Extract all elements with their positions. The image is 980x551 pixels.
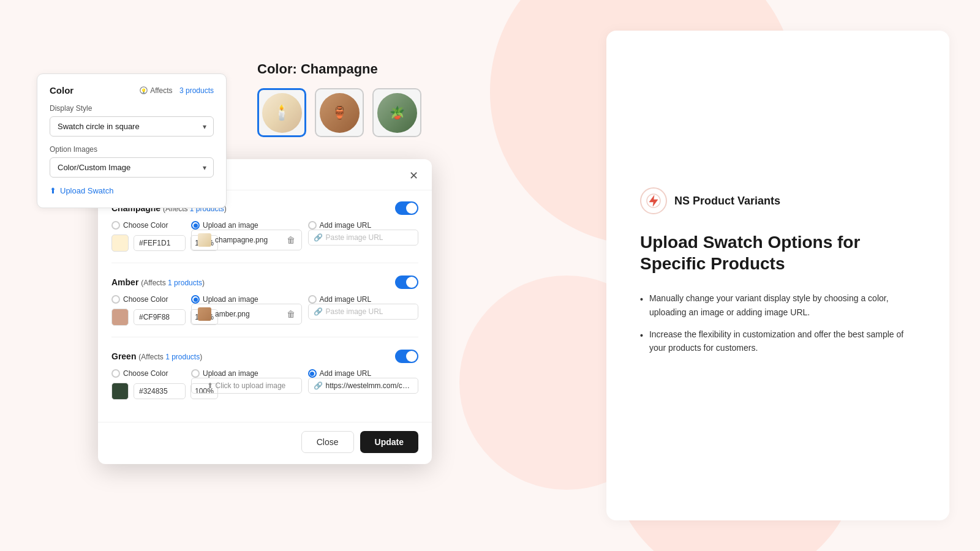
swatch-product-image-3: 🪴 [377, 93, 417, 133]
swatch-circle-1: 🕯️ [262, 93, 302, 133]
champagne-choose-color-col: Choose Color [111, 221, 185, 252]
swatch-product-image-2: 🏺 [320, 93, 360, 133]
swatch-item-3[interactable]: 🪴 [372, 88, 421, 137]
option-images-label: Option Images [50, 145, 214, 154]
amber-radio-circle-upload [191, 295, 200, 304]
green-affects: (Affects 1 products) [138, 353, 202, 361]
upload-arrow-icon: ⬆ [207, 381, 213, 390]
modal-footer: Close Update [98, 422, 432, 464]
green-click-upload[interactable]: ⬆ Click to upload image [191, 378, 302, 394]
modal-body: Champagne (Affects 1 products) Choose Co… [98, 190, 432, 422]
product-preview-area: Color: Champagne 🕯️ 🏺 🪴 [257, 61, 421, 137]
green-color-input-row [111, 383, 185, 400]
amber-affects: (Affects 1 products) [141, 279, 205, 287]
upload-swatch-button[interactable]: ⬆ Upload Swatch [50, 186, 113, 195]
green-hex-input[interactable] [134, 383, 186, 399]
bullet-item-2: • Increase the flexibility in customizat… [640, 328, 916, 355]
green-radio-circle-upload [191, 369, 200, 378]
amber-url-input[interactable]: 🔗 Paste image URL [308, 304, 419, 320]
champagne-options: Choose Color Upload an image [111, 221, 418, 252]
champagne-radio-choose-color[interactable]: Choose Color [111, 221, 175, 230]
champagne-url-input[interactable]: 🔗 Paste image URL [308, 230, 419, 246]
modal-update-btn[interactable]: Update [360, 431, 418, 453]
modal-close-btn[interactable]: Close [301, 431, 354, 453]
champagne-filename: champagne.png [215, 236, 283, 244]
amber-radio-upload[interactable]: Upload an image [191, 295, 292, 304]
green-toggle[interactable] [395, 350, 418, 363]
champagne-delete-icon[interactable]: 🗑 [287, 235, 295, 245]
amber-url-placeholder: Paste image URL [326, 307, 413, 316]
affects-count-link[interactable]: 3 products [179, 86, 214, 95]
amber-choose-color-col: Choose Color [111, 295, 185, 326]
champagne-radio-url[interactable]: Add image URL [308, 221, 409, 230]
swatch-circle-3: 🪴 [377, 93, 417, 133]
champagne-toggle[interactable] [395, 201, 418, 215]
amber-color-input-row [111, 309, 185, 326]
green-add-url-label: Add image URL [320, 369, 372, 378]
champagne-img-thumb [198, 233, 211, 247]
champagne-radio-upload[interactable]: Upload an image [191, 221, 292, 230]
amber-affects-count[interactable]: 1 products [168, 279, 202, 287]
green-options: Choose Color Upload an image [111, 369, 418, 400]
modal-close-button[interactable]: ✕ [409, 170, 418, 181]
amber-radio-choose-color[interactable]: Choose Color [111, 295, 175, 304]
swatch-circle-2: 🏺 [320, 93, 360, 133]
green-url-input[interactable]: 🔗 https://westelmm.com/collection/li... [308, 378, 419, 394]
swatch-images-row: 🕯️ 🏺 🪴 [257, 88, 421, 137]
brand-row: NS Product Variants [640, 187, 916, 214]
green-row-header: Green (Affects 1 products) [111, 350, 418, 363]
amber-radio-url[interactable]: Add image URL [308, 295, 409, 304]
amber-add-url-col: Add image URL 🔗 Paste image URL [308, 295, 419, 320]
amber-delete-icon[interactable]: 🗑 [287, 309, 295, 319]
swatch-row-champagne: Champagne (Affects 1 products) Choose Co… [111, 201, 418, 263]
swatch-row-green: Green (Affects 1 products) Choose Color [111, 350, 418, 411]
amber-img-thumb [198, 307, 211, 321]
affects-text: Affects [150, 86, 172, 95]
champagne-add-url-col: Add image URL 🔗 Paste image URL [308, 221, 419, 246]
swatch-row-amber: Amber (Affects 1 products) Choose Color [111, 276, 418, 337]
option-images-select[interactable]: Color/Custom Image [50, 157, 214, 178]
green-choose-color-label: Choose Color [123, 369, 168, 378]
amber-filename: amber.png [215, 310, 283, 318]
amber-choose-color-label: Choose Color [123, 295, 168, 304]
amber-row-header: Amber (Affects 1 products) [111, 276, 418, 289]
right-panel: NS Product Variants Upload Swatch Option… [606, 31, 949, 520]
upload-image-label: Upload an image [203, 221, 258, 230]
display-style-select[interactable]: Swatch circle in square [50, 116, 214, 137]
swatch-item-2[interactable]: 🏺 [315, 88, 364, 137]
bullet-text-2: Increase the flexibility in customizatio… [649, 328, 916, 355]
amber-upload-image-col: Upload an image amber.png 🗑 [191, 295, 302, 324]
main-layout: Color 💡 Affects 3 products Display Style… [0, 0, 980, 551]
champagne-image-upload[interactable]: champagne.png 🗑 [191, 230, 302, 250]
product-preview-title: Color: Champagne [257, 61, 421, 77]
green-upload-image-label: Upload an image [203, 369, 258, 378]
brand-name: NS Product Variants [674, 195, 780, 208]
champagne-radio-circle-color [111, 221, 120, 230]
right-heading: Upload Swatch Options for Specific Produ… [640, 231, 916, 274]
affects-link: 💡 Affects 3 products [140, 86, 214, 95]
amber-name: Amber (Affects 1 products) [111, 277, 205, 287]
amber-toggle[interactable] [395, 276, 418, 289]
green-radio-circle-url [308, 369, 317, 378]
amber-radio-circle-color [111, 295, 120, 304]
green-radio-upload[interactable]: Upload an image [191, 369, 292, 378]
display-style-label: Display Style [50, 104, 214, 113]
add-url-label: Add image URL [320, 221, 372, 230]
champagne-color-input-row [111, 234, 185, 252]
green-upload-image-col: Upload an image ⬆ Click to upload image [191, 369, 302, 394]
green-affects-count[interactable]: 1 products [165, 353, 200, 361]
amber-link-icon: 🔗 [314, 307, 323, 316]
green-link-icon: 🔗 [314, 381, 323, 390]
amber-image-upload[interactable]: amber.png 🗑 [191, 304, 302, 324]
amber-add-url-label: Add image URL [320, 295, 372, 304]
choose-color-label: Choose Color [123, 221, 168, 230]
champagne-hex-input[interactable] [134, 235, 186, 251]
amber-upload-image-label: Upload an image [203, 295, 258, 304]
champagne-url-placeholder: Paste image URL [326, 233, 413, 242]
swatch-item-1[interactable]: 🕯️ [257, 88, 306, 137]
left-area: Color 💡 Affects 3 products Display Style… [0, 0, 606, 551]
green-radio-choose-color[interactable]: Choose Color [111, 369, 175, 378]
green-name: Green (Affects 1 products) [111, 351, 202, 361]
amber-hex-input[interactable] [134, 309, 186, 325]
green-radio-url[interactable]: Add image URL [308, 369, 409, 378]
